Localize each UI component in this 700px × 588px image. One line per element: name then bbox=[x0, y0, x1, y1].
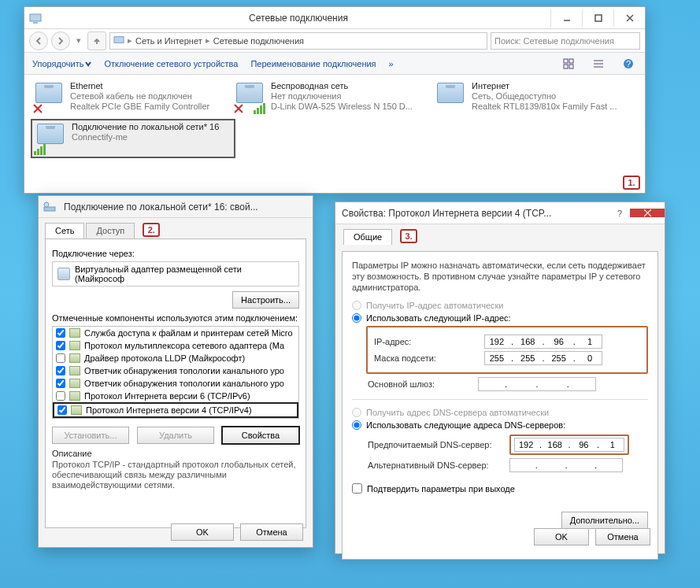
svg-rect-0 bbox=[30, 14, 41, 21]
disconnect-device[interactable]: Отключение сетевого устройства bbox=[104, 59, 238, 68]
subnet-mask-input[interactable]: 255. 255. 255. 0 bbox=[484, 351, 602, 365]
connection-name: Ethernet bbox=[70, 81, 222, 91]
connections-pane: Ethernet Сетевой кабель не подключен Rea… bbox=[24, 75, 645, 163]
component-checkbox[interactable] bbox=[56, 341, 65, 350]
callout-1: 1. bbox=[623, 176, 640, 190]
component-checkbox[interactable] bbox=[57, 405, 67, 415]
history-dropdown[interactable]: ▾ bbox=[73, 35, 84, 46]
adapter-field: Виртуальный адаптер размещенной сети (Ма… bbox=[52, 261, 299, 287]
protocol-icon bbox=[69, 391, 80, 401]
component-checkbox[interactable] bbox=[56, 366, 65, 375]
svg-rect-1 bbox=[33, 22, 38, 24]
view-icons-button[interactable] bbox=[560, 55, 577, 72]
install-button[interactable]: Установить... bbox=[52, 427, 129, 444]
pref-dns-label: Предпочитаемый DNS-сервер: bbox=[368, 440, 509, 449]
network-connections-window: Сетевые подключения ▾ ▸ Сеть и Интернет … bbox=[24, 6, 646, 194]
radio-auto-dns[interactable]: Получить адрес DNS-сервера автоматически bbox=[352, 408, 648, 417]
component-checkbox[interactable] bbox=[56, 353, 65, 363]
toolbar: Упорядочить Отключение сетевого устройст… bbox=[24, 53, 645, 75]
connection-item-wireless[interactable]: Беспроводная сеть Нет подключения D-Link… bbox=[231, 80, 424, 116]
radio-auto-ip[interactable]: Получить IP-адрес автоматически bbox=[352, 301, 648, 310]
svg-rect-3 bbox=[595, 15, 602, 21]
alt-dns-input[interactable]: . . . bbox=[509, 458, 623, 472]
components-listbox[interactable]: Служба доступа к файлам и принтерам сете… bbox=[52, 326, 299, 419]
adapter-icon bbox=[57, 268, 70, 280]
component-item[interactable]: Протокол Интернета версии 6 (TCP/IPv6) bbox=[53, 390, 298, 402]
dialog-title: Свойства: Протокол Интернета версии 4 (T… bbox=[335, 208, 609, 219]
more-tools[interactable]: » bbox=[389, 59, 394, 68]
intro-text: Параметры IP можно назначать автоматичес… bbox=[352, 260, 648, 293]
component-item[interactable]: Ответчик обнаружения топологии канальног… bbox=[53, 364, 298, 377]
rename-connection[interactable]: Переименование подключения bbox=[250, 59, 376, 68]
svg-rect-10 bbox=[564, 65, 568, 68]
breadcrumb-seg[interactable]: Сеть и Интернет bbox=[135, 36, 202, 46]
component-item[interactable]: Служба доступа к файлам и принтерам сете… bbox=[53, 327, 298, 339]
maximize-button[interactable] bbox=[582, 9, 613, 27]
component-label: Ответчик обнаружения топологии канальног… bbox=[84, 379, 284, 388]
ip-address-input[interactable]: 192. 168. 96. 1 bbox=[484, 335, 602, 349]
tab-network[interactable]: Сеть bbox=[45, 223, 84, 239]
wired-adapter-icon bbox=[32, 81, 65, 114]
mask-label: Маска подсети: bbox=[374, 353, 484, 363]
component-label: Протокол Интернета версии 4 (TCP/IPv4) bbox=[86, 405, 252, 415]
gateway-input[interactable]: . . . bbox=[478, 377, 596, 391]
tab-panel-network: Подключение через: Виртуальный адаптер р… bbox=[45, 239, 306, 528]
close-button[interactable] bbox=[613, 9, 645, 27]
confirm-on-exit-checkbox[interactable]: Подтвердить параметры при выходе bbox=[352, 483, 648, 494]
back-button[interactable] bbox=[29, 31, 48, 50]
radio-input[interactable] bbox=[352, 408, 361, 417]
component-checkbox[interactable] bbox=[56, 379, 65, 388]
ipv4-properties-dialog: Свойства: Протокол Интернета версии 4 (T… bbox=[335, 202, 665, 554]
component-item[interactable]: Протокол Интернета версии 4 (TCP/IPv4) bbox=[53, 402, 298, 418]
location-icon bbox=[113, 35, 124, 47]
component-label: Драйвер протокола LLDP (Майкрософт) bbox=[84, 353, 245, 363]
address-bar[interactable]: ▸ Сеть и Интернет ▸ Сетевые подключения bbox=[109, 32, 487, 50]
connection-status: Сетевой кабель не подключен bbox=[70, 91, 222, 102]
component-item[interactable]: Протокол мультиплексора сетевого адаптер… bbox=[53, 339, 298, 352]
pref-dns-input[interactable]: 192. 168. 96. 1 bbox=[514, 438, 624, 452]
component-checkbox[interactable] bbox=[56, 328, 65, 338]
checkbox-input[interactable] bbox=[352, 483, 362, 494]
radio-input[interactable] bbox=[352, 313, 361, 323]
ok-button[interactable]: OK bbox=[534, 528, 589, 545]
component-checkbox[interactable] bbox=[56, 391, 65, 401]
up-button[interactable] bbox=[87, 31, 106, 50]
forward-button[interactable] bbox=[51, 31, 70, 50]
connection-item-lan16[interactable]: Подключение по локальной сети* 16 Connec… bbox=[31, 119, 235, 158]
component-item[interactable]: Драйвер протокола LLDP (Майкрософт) bbox=[53, 352, 298, 364]
help-button[interactable]: ? bbox=[609, 209, 630, 218]
radio-input[interactable] bbox=[352, 301, 361, 310]
dialog-title: Подключение по локальной сети* 16: свой.… bbox=[61, 202, 313, 213]
connection-item-internet[interactable]: Интернет Сеть, Общедоступно Realtek RTL8… bbox=[432, 80, 625, 116]
help-button[interactable]: ? bbox=[620, 55, 637, 72]
component-item[interactable]: Ответчик обнаружения топологии канальног… bbox=[53, 377, 298, 390]
connection-item-ethernet[interactable]: Ethernet Сетевой кабель не подключен Rea… bbox=[31, 80, 224, 116]
cancel-button[interactable]: Отмена bbox=[595, 528, 650, 545]
radio-use-ip[interactable]: Использовать следующий IP-адрес: bbox=[352, 313, 648, 323]
ok-button[interactable]: OK bbox=[171, 523, 234, 541]
minimize-button[interactable] bbox=[550, 9, 582, 27]
radio-use-dns[interactable]: Использовать следующие адреса DNS-сервер… bbox=[352, 420, 648, 430]
configure-button[interactable]: Настроить... bbox=[232, 291, 299, 309]
description-label: Описание bbox=[52, 449, 299, 458]
tabs: Общие 3. bbox=[343, 229, 657, 245]
radio-input[interactable] bbox=[352, 420, 361, 430]
view-list-button[interactable] bbox=[590, 55, 607, 72]
search-input[interactable]: Поиск: Сетевые подключения bbox=[491, 32, 640, 50]
tab-access[interactable]: Доступ bbox=[86, 223, 135, 239]
protocol-icon bbox=[69, 353, 80, 363]
cancel-button[interactable]: Отмена bbox=[240, 523, 303, 541]
remove-button[interactable]: Удалить bbox=[137, 427, 214, 444]
breadcrumb-seg[interactable]: Сетевые подключения bbox=[213, 36, 304, 46]
properties-button[interactable]: Свойства bbox=[222, 427, 299, 444]
search-placeholder: Поиск: Сетевые подключения bbox=[494, 36, 614, 46]
ip-fields-group: IP-адрес: 192. 168. 96. 1 Маска подсети:… bbox=[366, 326, 648, 374]
organize-menu[interactable]: Упорядочить bbox=[32, 59, 91, 68]
ipv4-panel: Параметры IP можно назначать автоматичес… bbox=[342, 251, 658, 560]
tab-general[interactable]: Общие bbox=[343, 229, 392, 245]
disconnected-icon bbox=[233, 103, 244, 114]
advanced-button[interactable]: Дополнительно... bbox=[561, 512, 648, 529]
connection-status: Нет подключения bbox=[271, 91, 423, 102]
close-button[interactable] bbox=[630, 209, 665, 217]
protocol-icon bbox=[69, 379, 80, 388]
